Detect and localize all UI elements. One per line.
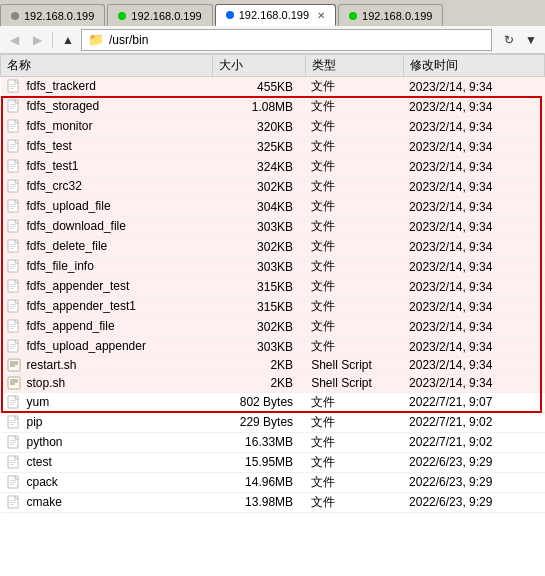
file-type-cell: 文件	[305, 297, 403, 317]
svg-rect-68	[8, 416, 18, 428]
up-button[interactable]: ▲	[58, 30, 78, 50]
table-row[interactable]: ctest15.95MB文件2022/6/23, 9:29	[1, 452, 545, 472]
file-size-cell: 1.08MB	[213, 97, 305, 117]
tab-4-label: 192.168.0.199	[362, 10, 432, 22]
table-row[interactable]: pip229 Bytes文件2022/7/21, 9:02	[1, 412, 545, 432]
table-row[interactable]: fdfs_crc32302KB文件2023/2/14, 9:34	[1, 177, 545, 197]
toolbar-right: ↻ ▼	[499, 30, 541, 50]
file-type-cell: 文件	[305, 257, 403, 277]
file-name-text: fdfs_test1	[27, 159, 79, 173]
file-name-cell: restart.sh	[1, 357, 213, 375]
table-row[interactable]: yum802 Bytes文件2022/7/21, 9:07	[1, 392, 545, 412]
file-name-cell: fdfs_monitor	[1, 117, 213, 137]
col-header-size[interactable]: 大小	[213, 55, 305, 77]
file-name-cell: cmake	[1, 492, 213, 512]
file-icon	[7, 395, 23, 409]
file-name-text: fdfs_test	[27, 139, 72, 153]
file-type-cell: 文件	[305, 217, 403, 237]
file-date-cell: 2023/2/14, 9:34	[403, 337, 544, 357]
file-size-cell: 229 Bytes	[213, 412, 305, 432]
file-date-cell: 2023/2/14, 9:34	[403, 317, 544, 337]
file-date-cell: 2023/2/14, 9:34	[403, 137, 544, 157]
file-date-cell: 2022/7/21, 9:02	[403, 412, 544, 432]
file-size-cell: 320KB	[213, 117, 305, 137]
table-row[interactable]: fdfs_monitor320KB文件2023/2/14, 9:34	[1, 117, 545, 137]
svg-rect-16	[8, 160, 18, 172]
file-name-cell: stop.sh	[1, 374, 213, 392]
file-name-text: fdfs_file_info	[27, 259, 94, 273]
table-row[interactable]: stop.sh2KBShell Script2023/2/14, 9:34	[1, 374, 545, 392]
table-row[interactable]: cpack14.96MB文件2022/6/23, 9:29	[1, 472, 545, 492]
svg-rect-84	[8, 496, 18, 508]
file-icon	[7, 79, 23, 93]
table-row[interactable]: fdfs_test1324KB文件2023/2/14, 9:34	[1, 157, 545, 177]
file-name-cell: ctest	[1, 452, 213, 472]
table-row[interactable]: fdfs_file_info303KB文件2023/2/14, 9:34	[1, 257, 545, 277]
refresh-button[interactable]: ↻	[499, 30, 519, 50]
file-name-text: fdfs_appender_test	[27, 279, 130, 293]
forward-button[interactable]: ▶	[27, 30, 47, 50]
file-icon	[7, 495, 23, 509]
table-row[interactable]: fdfs_upload_file304KB文件2023/2/14, 9:34	[1, 197, 545, 217]
svg-rect-60	[8, 377, 20, 389]
table-row[interactable]: fdfs_append_file302KB文件2023/2/14, 9:34	[1, 317, 545, 337]
file-table-body: fdfs_trackerd455KB文件2023/2/14, 9:34fdfs_…	[1, 77, 545, 513]
file-icon	[7, 415, 23, 429]
tab-3-close-icon[interactable]: ✕	[317, 10, 325, 21]
back-button[interactable]: ◀	[4, 30, 24, 50]
col-header-type[interactable]: 类型	[305, 55, 403, 77]
file-size-cell: 303KB	[213, 337, 305, 357]
file-date-cell: 2022/7/21, 9:02	[403, 432, 544, 452]
table-row[interactable]: fdfs_test325KB文件2023/2/14, 9:34	[1, 137, 545, 157]
tab-1[interactable]: 192.168.0.199	[0, 4, 105, 26]
file-name-cell: fdfs_appender_test1	[1, 297, 213, 317]
table-row[interactable]: fdfs_download_file303KB文件2023/2/14, 9:34	[1, 217, 545, 237]
path-box[interactable]: 📁 /usr/bin	[81, 29, 492, 51]
file-date-cell: 2023/2/14, 9:34	[403, 237, 544, 257]
table-row[interactable]: fdfs_appender_test315KB文件2023/2/14, 9:34	[1, 277, 545, 297]
file-type-cell: 文件	[305, 197, 403, 217]
svg-rect-72	[8, 436, 18, 448]
table-row[interactable]: fdfs_storaged1.08MB文件2023/2/14, 9:34	[1, 97, 545, 117]
svg-rect-44	[8, 300, 18, 312]
col-header-date[interactable]: 修改时间	[403, 55, 544, 77]
svg-rect-36	[8, 260, 18, 272]
file-size-cell: 302KB	[213, 177, 305, 197]
file-size-cell: 16.33MB	[213, 432, 305, 452]
tab-3-label: 192.168.0.199	[239, 9, 309, 21]
file-icon	[7, 99, 23, 113]
file-type-cell: 文件	[305, 177, 403, 197]
table-row[interactable]: python16.33MB文件2022/7/21, 9:02	[1, 432, 545, 452]
tab-3[interactable]: 192.168.0.199 ✕	[215, 4, 336, 26]
file-date-cell: 2023/2/14, 9:34	[403, 217, 544, 237]
table-row[interactable]: fdfs_appender_test1315KB文件2023/2/14, 9:3…	[1, 297, 545, 317]
file-name-text: pip	[27, 415, 43, 429]
table-row[interactable]: fdfs_upload_appender303KB文件2023/2/14, 9:…	[1, 337, 545, 357]
file-size-cell: 325KB	[213, 137, 305, 157]
table-row[interactable]: cmake13.98MB文件2022/6/23, 9:29	[1, 492, 545, 512]
svg-rect-28	[8, 220, 18, 232]
file-size-cell: 324KB	[213, 157, 305, 177]
file-date-cell: 2023/2/14, 9:34	[403, 374, 544, 392]
table-row[interactable]: fdfs_trackerd455KB文件2023/2/14, 9:34	[1, 77, 545, 97]
table-row[interactable]: restart.sh2KBShell Script2023/2/14, 9:34	[1, 357, 545, 375]
tab-4[interactable]: 192.168.0.199	[338, 4, 443, 26]
table-row[interactable]: fdfs_delete_file302KB文件2023/2/14, 9:34	[1, 237, 545, 257]
file-size-cell: 303KB	[213, 257, 305, 277]
file-size-cell: 13.98MB	[213, 492, 305, 512]
file-name-cell: fdfs_upload_appender	[1, 337, 213, 357]
file-name-text: python	[27, 435, 63, 449]
file-name-text: fdfs_storaged	[27, 99, 100, 113]
file-name-text: fdfs_download_file	[27, 219, 126, 233]
file-type-cell: 文件	[305, 97, 403, 117]
svg-rect-80	[8, 476, 18, 488]
menu-button[interactable]: ▼	[521, 30, 541, 50]
toolbar: ◀ ▶ ▲ 📁 /usr/bin ↻ ▼	[0, 26, 545, 54]
file-type-cell: 文件	[305, 317, 403, 337]
file-icon	[7, 319, 23, 333]
tab-2[interactable]: 192.168.0.199	[107, 4, 212, 26]
file-name-text: cpack	[27, 475, 58, 489]
file-table: 名称 大小 类型 修改时间 fdfs_trackerd455KB文件2023/2…	[0, 54, 545, 513]
file-name-text: yum	[27, 395, 50, 409]
col-header-name[interactable]: 名称	[1, 55, 213, 77]
